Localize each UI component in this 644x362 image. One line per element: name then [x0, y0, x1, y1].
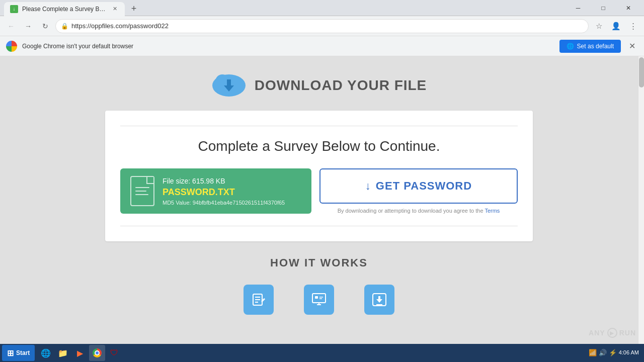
- step-3: [364, 285, 394, 315]
- back-button[interactable]: ←: [4, 19, 18, 33]
- tray-battery-icon: ⚡: [609, 349, 617, 356]
- step-1: [244, 285, 274, 315]
- page-body: DOWNLOAD YOUR FILE Complete a Survey Bel…: [0, 56, 644, 344]
- scrollbar-track[interactable]: [638, 56, 644, 344]
- notification-bar: Google Chrome isn't your default browser…: [0, 36, 644, 56]
- start-label: Start: [16, 349, 30, 356]
- download-icon: ↓: [365, 179, 371, 193]
- url-bar[interactable]: 🔒 https://oppfiles.com/password022: [55, 19, 589, 33]
- taskbar-items: 🌐 📁 ▶ 🛡: [38, 345, 122, 361]
- step-3-icon: [364, 285, 394, 315]
- taskbar-chrome-button[interactable]: [89, 345, 105, 361]
- close-button[interactable]: ✕: [617, 0, 640, 16]
- taskbar-ie-button[interactable]: 🌐: [38, 345, 54, 361]
- reload-button[interactable]: ↻: [38, 19, 52, 33]
- set-default-label: Set as default: [577, 43, 614, 50]
- file-doc-icon: [130, 176, 154, 206]
- file-download-row: File size: 615.98 KB PASSWORD.TXT MD5 Va…: [120, 168, 518, 214]
- url-text: https://oppfiles.com/password022: [71, 22, 583, 30]
- set-default-icon: 🌐: [567, 43, 574, 50]
- profile-button[interactable]: 👤: [609, 19, 623, 33]
- steps-row: [105, 285, 533, 315]
- maximize-button[interactable]: □: [592, 0, 615, 16]
- svg-marker-16: [376, 296, 382, 303]
- start-button[interactable]: ⊞ Start: [2, 345, 35, 361]
- notification-close-button[interactable]: ✕: [626, 40, 638, 52]
- bottom-divider: [120, 226, 518, 226]
- terms-text: By downloading or attempting to download…: [338, 208, 500, 214]
- taskbar-antivirus-button[interactable]: 🛡: [106, 345, 122, 361]
- top-divider: [120, 126, 518, 126]
- window-controls: ─ □ ✕: [567, 0, 640, 16]
- file-line-3: [135, 194, 148, 195]
- file-name: PASSWORD.TXT: [163, 187, 285, 198]
- cloud-download-icon: [211, 70, 247, 101]
- how-it-works-title: HOW IT WORKS: [105, 256, 533, 269]
- get-password-column: ↓ GET PASSWORD By downloading or attempt…: [319, 168, 518, 214]
- svg-rect-9: [312, 294, 326, 303]
- terms-prefix: By downloading or attempting to download…: [338, 208, 484, 214]
- file-info-box: File size: 615.98 KB PASSWORD.TXT MD5 Va…: [120, 168, 311, 214]
- taskbar-folder-button[interactable]: 📁: [55, 345, 71, 361]
- file-size-text: File size: 615.98 KB: [163, 177, 285, 185]
- title-bar: Please Complete a Survey Below to... ✕ +…: [0, 0, 644, 16]
- tray-network-icon: 📶: [589, 349, 597, 356]
- file-line-2: [135, 191, 146, 192]
- chrome-logo-icon: [6, 41, 17, 52]
- main-card: Complete a Survey Below to Continue.: [105, 111, 533, 241]
- tab-title: Please Complete a Survey Below to...: [22, 6, 107, 13]
- address-bar: ← → ↻ 🔒 https://oppfiles.com/password022…: [0, 16, 644, 36]
- taskbar-media-button[interactable]: ▶: [72, 345, 88, 361]
- survey-heading: Complete a Survey Below to Continue.: [120, 138, 518, 154]
- step-2-icon: [304, 285, 334, 315]
- tab-close-button[interactable]: ✕: [111, 5, 119, 13]
- get-password-button[interactable]: ↓ GET PASSWORD: [319, 168, 518, 204]
- browser-frame: Please Complete a Survey Below to... ✕ +…: [0, 0, 644, 362]
- terms-link[interactable]: Terms: [485, 208, 500, 214]
- file-meta: File size: 615.98 KB PASSWORD.TXT MD5 Va…: [163, 177, 285, 206]
- bookmark-button[interactable]: ☆: [592, 19, 606, 33]
- scrollbar-thumb[interactable]: [639, 57, 644, 87]
- new-tab-button[interactable]: +: [127, 2, 141, 16]
- active-tab[interactable]: Please Complete a Survey Below to... ✕: [4, 2, 125, 16]
- how-it-works-section: HOW IT WORKS: [105, 241, 533, 315]
- get-password-label: GET PASSWORD: [376, 179, 472, 193]
- set-default-button[interactable]: 🌐 Set as default: [559, 40, 621, 53]
- minimize-button[interactable]: ─: [567, 0, 590, 16]
- tray-time: 4:06 AM: [619, 349, 639, 356]
- lock-icon: 🔒: [61, 23, 68, 30]
- file-md5: MD5 Value: 94bfbfb41eba4e7150261511f4370…: [163, 200, 285, 206]
- file-lines: [135, 187, 149, 195]
- page-header: DOWNLOAD YOUR FILE: [211, 56, 427, 111]
- page-header-title: DOWNLOAD YOUR FILE: [255, 77, 427, 94]
- notification-text: Google Chrome isn't your default browser: [22, 43, 554, 50]
- taskbar: ⊞ Start 🌐 📁 ▶ 🛡 📶 🔊 ⚡ 4:06 AM: [0, 344, 644, 362]
- tray-volume-icon: 🔊: [599, 349, 607, 356]
- file-line-1: [135, 187, 149, 188]
- svg-rect-12: [315, 296, 318, 299]
- system-tray: 📶 🔊 ⚡ 4:06 AM: [586, 349, 642, 356]
- browser-content-wrapper: DOWNLOAD YOUR FILE Complete a Survey Bel…: [0, 56, 644, 344]
- tab-favicon: [10, 5, 18, 13]
- menu-button[interactable]: ⋮: [626, 19, 640, 33]
- step-1-icon: [244, 285, 274, 315]
- tab-bar: Please Complete a Survey Below to... ✕ +: [4, 0, 567, 16]
- start-icon: ⊞: [7, 348, 14, 358]
- forward-button[interactable]: →: [21, 19, 35, 33]
- step-2: [304, 285, 334, 315]
